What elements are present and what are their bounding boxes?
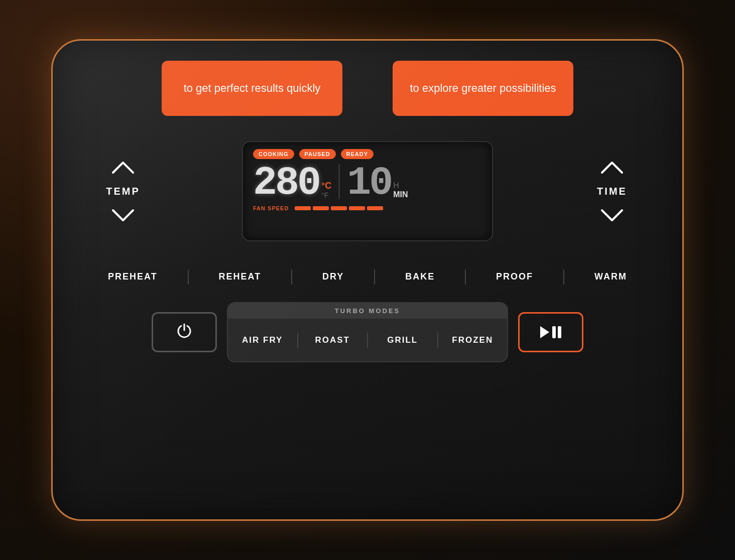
power-icon: [175, 321, 193, 343]
middle-section: TEMP COOKING PAUSED READY 280 °C °F: [93, 141, 642, 241]
lcd-temperature-value: 280: [253, 163, 319, 203]
time-up-button[interactable]: [597, 158, 627, 178]
play-pause-button[interactable]: [518, 312, 583, 352]
lcd-divider: [338, 164, 340, 199]
status-ready-badge: READY: [341, 149, 374, 159]
status-cooking-badge: COOKING: [253, 149, 294, 159]
power-button[interactable]: [152, 312, 217, 352]
quick-results-button[interactable]: to get perfect results quickly: [162, 61, 342, 116]
mode-reheat[interactable]: REHEAT: [218, 266, 261, 287]
device-panel: to get perfect results quickly to explor…: [51, 39, 684, 521]
turbo-mode-grill[interactable]: GRILL: [368, 319, 437, 361]
lcd-time-unit-block: H MIN: [393, 181, 408, 199]
svg-marker-0: [540, 326, 549, 338]
explore-possibilities-label: to explore greater possibilities: [410, 81, 556, 96]
temp-control: TEMP: [93, 158, 153, 225]
mode-preheat[interactable]: PREHEAT: [108, 266, 158, 287]
lcd-temp-section: 280 °C °F: [253, 163, 331, 203]
lcd-minutes-unit: MIN: [393, 190, 408, 199]
mode-divider-1: [188, 269, 189, 285]
lcd-status-row: COOKING PAUSED READY: [253, 149, 482, 159]
status-paused-badge: PAUSED: [299, 149, 336, 159]
fan-bar-2: [313, 206, 329, 210]
temp-label: TEMP: [106, 186, 140, 197]
turbo-header: TURBO MODES: [228, 303, 507, 319]
mode-divider-4: [465, 269, 466, 285]
turbo-mode-roast[interactable]: ROAST: [298, 319, 368, 361]
lcd-time-value: 10: [347, 163, 391, 203]
lcd-hours-unit: H: [393, 181, 408, 190]
turbo-mode-frozen[interactable]: FROZEN: [438, 319, 508, 361]
cooking-modes-row: PREHEAT REHEAT DRY BAKE PROOF WARM: [93, 266, 642, 287]
time-down-button[interactable]: [597, 205, 627, 225]
temp-down-button[interactable]: [108, 205, 138, 225]
svg-rect-2: [558, 326, 561, 338]
bottom-section: TURBO MODES AIR FRY ROAST GRILL FROZEN: [93, 302, 642, 362]
mode-dry[interactable]: DRY: [322, 266, 344, 287]
lcd-celsius-unit: °C: [321, 181, 331, 191]
top-buttons-row: to get perfect results quickly to explor…: [93, 61, 642, 116]
lcd-fahrenheit-unit: °F: [321, 191, 328, 199]
time-control: TIME: [582, 158, 642, 225]
explore-possibilities-button[interactable]: to explore greater possibilities: [393, 61, 573, 116]
lcd-unit-block: °C °F: [321, 181, 331, 199]
fan-bar-5: [367, 206, 383, 210]
fan-speed-bars: [295, 206, 383, 210]
lcd-main-row: 280 °C °F 10 H MIN: [253, 163, 482, 203]
mode-divider-2: [291, 269, 292, 285]
turbo-mode-airfry[interactable]: AIR FRY: [228, 319, 297, 361]
fan-speed-label: FAN SPEED: [253, 205, 289, 211]
fan-bar-1: [295, 206, 311, 210]
turbo-panel: TURBO MODES AIR FRY ROAST GRILL FROZEN: [227, 302, 508, 362]
lcd-time-section: 10 H MIN: [347, 163, 408, 203]
fan-bar-4: [349, 206, 365, 210]
mode-proof[interactable]: PROOF: [496, 266, 533, 287]
lcd-display: COOKING PAUSED READY 280 °C °F 10 H: [242, 141, 493, 241]
mode-divider-3: [374, 269, 375, 285]
quick-results-label: to get perfect results quickly: [184, 81, 321, 96]
fan-bar-3: [331, 206, 347, 210]
mode-warm[interactable]: WARM: [594, 266, 627, 287]
temp-up-button[interactable]: [108, 158, 138, 178]
mode-bake[interactable]: BAKE: [405, 266, 435, 287]
mode-divider-5: [563, 269, 564, 285]
play-pause-icon: [538, 325, 563, 340]
lcd-fan-row: FAN SPEED: [253, 205, 482, 211]
turbo-modes-list: AIR FRY ROAST GRILL FROZEN: [228, 319, 507, 361]
time-label: TIME: [597, 186, 627, 197]
svg-rect-1: [552, 326, 556, 338]
